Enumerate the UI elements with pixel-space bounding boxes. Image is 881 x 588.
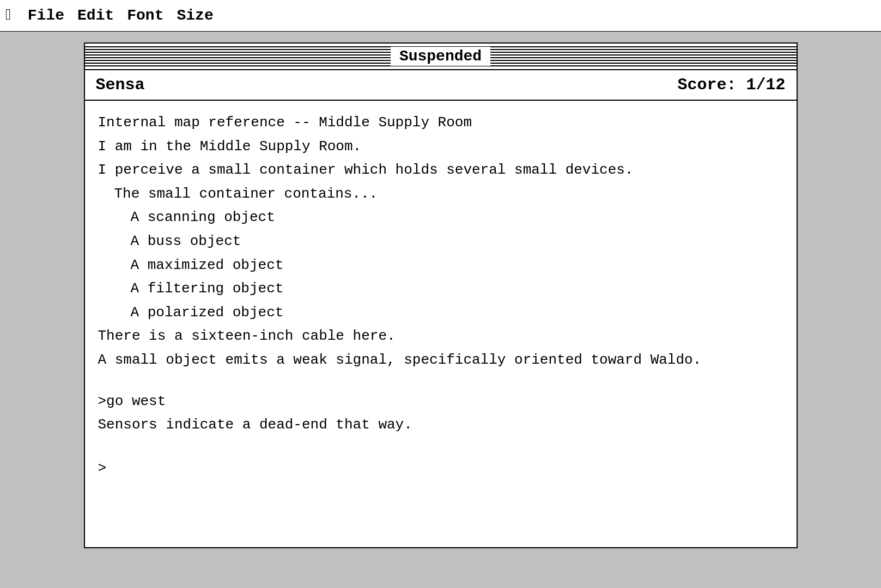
text-line-11: A small object emits a weak signal, spec… xyxy=(98,349,783,372)
text-line-13: Sensors indicate a dead-end that way. xyxy=(98,414,783,437)
menu-font[interactable]: Font xyxy=(127,7,163,24)
blank-line-1 xyxy=(98,373,783,390)
apple-menu[interactable]:  xyxy=(5,7,15,24)
text-line-12: >go west xyxy=(98,390,783,413)
text-line-6: A buss object xyxy=(98,230,783,253)
text-line-10: There is a sixteen-inch cable here. xyxy=(98,325,783,348)
title-bar: Suspended xyxy=(85,44,797,70)
text-line-8: A filtering object xyxy=(98,278,783,301)
blank-line-2 xyxy=(98,438,783,455)
text-line-7: A maximized object xyxy=(98,254,783,277)
main-window: Suspended Sensa Score: 1/12 Internal map… xyxy=(84,42,798,548)
text-line-1: Internal map reference -- Middle Supply … xyxy=(98,112,783,134)
menubar:  File Edit Font Size xyxy=(0,0,881,32)
game-name: Sensa xyxy=(96,76,145,94)
game-header: Sensa Score: 1/12 xyxy=(85,70,797,101)
game-text: Internal map reference -- Middle Supply … xyxy=(98,112,783,480)
game-content: Internal map reference -- Middle Supply … xyxy=(85,101,797,547)
text-line-3: I perceive a small container which holds… xyxy=(98,159,783,182)
text-line-5: A scanning object xyxy=(98,206,783,229)
text-line-9: A polarized object xyxy=(98,302,783,324)
text-line-2: I am in the Middle Supply Room. xyxy=(98,136,783,158)
text-line-4: The small container contains... xyxy=(98,183,783,206)
menu-edit[interactable]: Edit xyxy=(77,7,114,24)
game-score: Score: 1/12 xyxy=(677,76,785,94)
command-prompt[interactable]: > xyxy=(98,457,783,480)
menu-size[interactable]: Size xyxy=(177,7,213,24)
window-title: Suspended xyxy=(391,47,490,66)
menu-file[interactable]: File xyxy=(28,7,64,24)
